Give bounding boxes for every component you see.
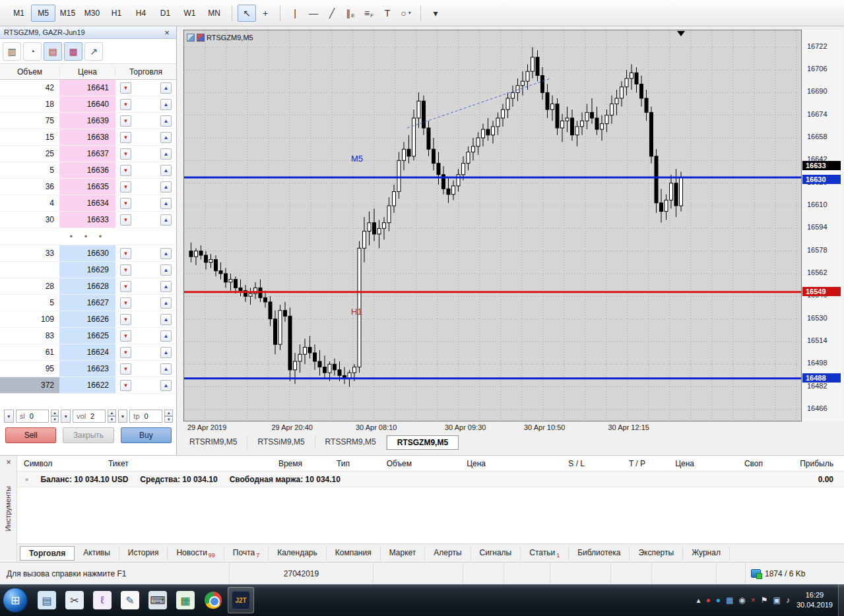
chart-tab-rtssim9-m5[interactable]: RTSSiM9,M5: [247, 435, 315, 450]
spin-down-icon[interactable]: ▼: [108, 416, 116, 423]
price-axis[interactable]: 1672216706166901667416658166421662616610…: [802, 30, 843, 421]
buy-at-price-button[interactable]: ▲: [160, 82, 172, 94]
tp-stepper[interactable]: ▲▼: [164, 410, 173, 423]
sell-at-price-button[interactable]: ▼: [120, 132, 131, 143]
buy-at-price-button[interactable]: ▲: [160, 99, 172, 110]
spin-up-icon[interactable]: ▲: [108, 410, 116, 416]
tick-chart-icon[interactable]: ▥: [3, 42, 21, 61]
toolbox-tab[interactable]: Библиотека: [569, 546, 630, 561]
taskbar-j2t-terminal[interactable]: J2T: [228, 587, 254, 613]
sell-at-price-button[interactable]: ▼: [120, 363, 131, 375]
equidistant-channel-tool[interactable]: ∥E: [341, 5, 360, 22]
text-tool[interactable]: T: [378, 5, 397, 22]
tp-dropdown[interactable]: ▼: [118, 410, 128, 423]
buy-at-price-button[interactable]: ▲: [160, 198, 172, 209]
buy-button[interactable]: Buy: [121, 427, 172, 443]
buy-at-price-button[interactable]: ▲: [160, 115, 172, 127]
buy-at-price-button[interactable]: ▲: [160, 363, 172, 375]
price-cell[interactable]: 16639: [59, 113, 115, 129]
spin-down-icon[interactable]: ▼: [164, 416, 173, 423]
price-cell[interactable]: 16636: [59, 162, 115, 178]
objects-dropdown[interactable]: ▾: [426, 5, 445, 22]
timeframe-m1[interactable]: M1: [7, 5, 31, 22]
close-position-button[interactable]: Закрыть: [63, 427, 114, 443]
shapes-tool[interactable]: ○▾: [397, 5, 415, 22]
spin-up-icon[interactable]: ▲: [51, 410, 59, 416]
price-cell[interactable]: 16624: [59, 344, 115, 360]
toolbox-tab[interactable]: Эксперты: [630, 546, 683, 561]
crosshair-tool[interactable]: +: [256, 5, 275, 22]
chart-tab-rtsrim9-m5[interactable]: RTSRIM9,M5: [179, 435, 247, 450]
timeframe-w1[interactable]: W1: [178, 5, 202, 22]
buy-at-price-button[interactable]: ▲: [160, 330, 172, 342]
buy-at-price-button[interactable]: ▲: [160, 248, 172, 259]
timeframe-d1[interactable]: D1: [153, 5, 178, 22]
toolbox-tab[interactable]: Статьи1: [521, 546, 569, 561]
buy-at-price-button[interactable]: ▲: [160, 165, 172, 176]
price-cell[interactable]: 16626: [59, 311, 115, 327]
tray-grid-app[interactable]: ▦: [726, 596, 733, 604]
sell-at-price-button[interactable]: ▼: [120, 82, 131, 94]
tray-flag[interactable]: ⚑: [761, 596, 768, 604]
price-chart[interactable]: M5H1: [184, 30, 801, 421]
tray-speaker[interactable]: ♪: [786, 596, 790, 604]
spin-down-icon[interactable]: ▼: [51, 416, 59, 423]
trade-levels-icon[interactable]: ↗: [84, 42, 103, 61]
sl-dropdown[interactable]: ▼: [4, 410, 14, 423]
buy-at-price-button[interactable]: ▲: [160, 314, 172, 325]
timeframe-m15[interactable]: M15: [55, 5, 80, 22]
buy-at-price-button[interactable]: ▲: [160, 214, 172, 226]
vol-stepper[interactable]: ▲▼: [108, 410, 116, 423]
toolbox-tab[interactable]: Почта7: [224, 546, 269, 561]
price-cell[interactable]: 16640: [59, 96, 115, 112]
toolbox-tab[interactable]: Алерты: [425, 546, 471, 561]
tray-close-badge[interactable]: ×: [751, 596, 756, 604]
sell-at-price-button[interactable]: ▼: [120, 297, 131, 309]
chart-plot-area[interactable]: M5H1 RTSGZM9,M5: [183, 30, 802, 421]
sell-at-price-button[interactable]: ▼: [120, 330, 131, 342]
close-icon[interactable]: ×: [3, 457, 14, 468]
buy-at-price-button[interactable]: ▲: [160, 181, 172, 193]
sell-at-price-button[interactable]: ▼: [120, 148, 131, 160]
sell-at-price-button[interactable]: ▼: [120, 248, 131, 259]
buy-at-price-button[interactable]: ▲: [160, 148, 172, 160]
tray-chevron-up[interactable]: ▴: [696, 596, 700, 604]
buy-at-price-button[interactable]: ▲: [160, 281, 172, 292]
chart-tab-rtsgzm9-m5[interactable]: RTSGZM9,M5: [387, 435, 459, 450]
sell-at-price-button[interactable]: ▼: [120, 99, 131, 110]
sell-at-price-button[interactable]: ▼: [120, 347, 131, 358]
time-axis[interactable]: 29 Apr 201929 Apr 20:4030 Apr 08:1030 Ap…: [183, 423, 802, 434]
order-book-icon[interactable]: ▦: [64, 42, 82, 61]
price-cell[interactable]: 16628: [59, 278, 115, 294]
horizontal-line-tool[interactable]: —: [304, 5, 323, 22]
buy-at-price-button[interactable]: ▲: [160, 264, 172, 276]
price-cell[interactable]: 16630: [59, 245, 115, 261]
tp-field[interactable]: tp0: [129, 410, 162, 423]
toolbox-tab[interactable]: Сигналы: [471, 546, 521, 561]
toolbox-vertical-tab[interactable]: Инструменты: [4, 486, 12, 532]
sell-at-price-button[interactable]: ▼: [120, 165, 131, 176]
toolbox-tab[interactable]: Календарь: [269, 546, 327, 561]
price-cell[interactable]: 16625: [59, 328, 115, 344]
taskbar-feather-pen[interactable]: ℓ: [89, 587, 115, 613]
vol-dropdown[interactable]: ▼: [61, 410, 71, 423]
timeframe-mn[interactable]: MN: [202, 5, 226, 22]
sell-button[interactable]: Sell: [5, 427, 56, 443]
toolbox-tab[interactable]: Журнал: [683, 546, 730, 561]
taskbar-spreadsheet[interactable]: ▦: [172, 587, 199, 613]
price-cell[interactable]: 16623: [59, 361, 115, 377]
market-depth-icon[interactable]: ▤: [44, 42, 62, 61]
chart-tab-rtssrm9-m5[interactable]: RTSSRM9,M5: [315, 435, 387, 450]
start-button[interactable]: ⊞: [3, 588, 28, 613]
sl-stepper[interactable]: ▲▼: [51, 410, 59, 423]
toolbox-tab[interactable]: Торговля: [20, 546, 75, 561]
price-cell[interactable]: 16637: [59, 146, 115, 162]
sell-at-price-button[interactable]: ▼: [120, 264, 131, 276]
spin-up-icon[interactable]: ▲: [164, 410, 173, 416]
sell-at-price-button[interactable]: ▼: [120, 314, 131, 325]
fibonacci-tool[interactable]: ≡F: [360, 5, 378, 22]
buy-at-price-button[interactable]: ▲: [160, 132, 172, 143]
timeframe-h1[interactable]: H1: [104, 5, 129, 22]
toolbox-tab[interactable]: Компания: [327, 546, 381, 561]
vol-field[interactable]: vol2: [73, 410, 106, 423]
